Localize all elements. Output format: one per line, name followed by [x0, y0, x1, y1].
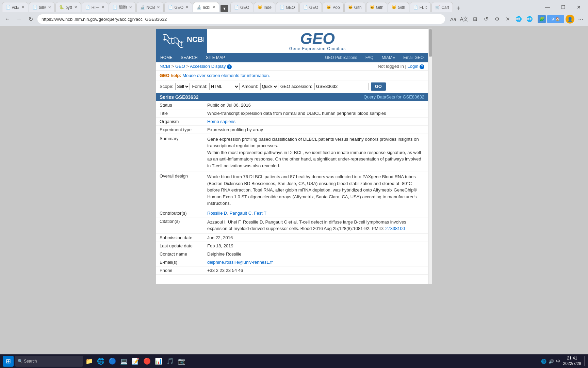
- email-link[interactable]: delphine.rossille@univ-rennes1.fr: [207, 260, 273, 265]
- close-button[interactable]: ✕: [571, 2, 587, 12]
- tab-xibao[interactable]: 📄 细胞 ✕: [109, 2, 136, 12]
- tab-gh3[interactable]: 🐱 Gith: [366, 2, 387, 12]
- tab-hif[interactable]: 📄 HIF- ✕: [82, 2, 108, 12]
- nav-email-geo[interactable]: Email GEO: [399, 53, 428, 62]
- browser-icon2[interactable]: 🌐: [525, 14, 534, 24]
- tab-close[interactable]: ✕: [48, 5, 51, 10]
- tab-bill[interactable]: 📄 bill# ✕: [29, 2, 55, 12]
- format-select[interactable]: HTML SOFT MINiML Quick SOFT: [209, 83, 240, 90]
- tab-favicon: 📄: [413, 5, 418, 10]
- nav-geo-publications[interactable]: GEO Publications: [321, 53, 361, 62]
- nav-site-map[interactable]: SITE MAP: [202, 53, 229, 62]
- login-help-icon[interactable]: ?: [420, 64, 424, 69]
- extension-translate[interactable]: 沪🏠: [547, 15, 564, 23]
- title-label: Title: [156, 109, 204, 117]
- scrollbar-thumb[interactable]: [429, 29, 432, 57]
- browser-icon1[interactable]: 🌐: [514, 14, 523, 24]
- title-value: Whole-transcript expression data from no…: [204, 109, 428, 117]
- collapse-tabs-button[interactable]: ▼: [220, 5, 228, 12]
- read-mode-button[interactable]: Aa: [448, 14, 458, 24]
- tab-label: ncbi: [203, 5, 210, 10]
- back-button[interactable]: ←: [3, 14, 12, 24]
- geo-accession-input[interactable]: [314, 83, 369, 90]
- tab-github[interactable]: 🐱 Inde: [254, 2, 275, 12]
- minimize-button[interactable]: —: [540, 2, 555, 12]
- translate-button[interactable]: A文: [459, 14, 469, 24]
- tab-pytt[interactable]: 🐍 pytt ✕: [55, 2, 81, 12]
- contributor-rossille[interactable]: Rossille D: [207, 211, 227, 216]
- geo-help-link[interactable]: Mouse over screen elements for informati…: [182, 73, 270, 78]
- breadcrumb-ncbi-link[interactable]: NCBI: [160, 64, 170, 69]
- tab-close[interactable]: ✕: [185, 5, 189, 10]
- tab-geo1[interactable]: 📄 GEO ✕: [164, 2, 192, 12]
- settings-button[interactable]: ⚙: [492, 14, 502, 24]
- address-input[interactable]: [37, 14, 445, 24]
- table-row-submission-date: Submission date Jun 22, 2016: [156, 233, 428, 242]
- tab-geo2[interactable]: 📄 GEO: [230, 2, 253, 12]
- reload-button[interactable]: ↻: [26, 14, 35, 24]
- tab-gh4[interactable]: 🐱 Gith: [388, 2, 409, 12]
- nav-search[interactable]: SEARCH: [177, 53, 202, 62]
- query-datasets-link[interactable]: Query DataSets for GSE83632: [364, 94, 424, 99]
- immersive-reader-button[interactable]: ⊞: [470, 14, 480, 24]
- amount-select[interactable]: Quick Full Brief Fast: [260, 83, 278, 90]
- tab-gh2[interactable]: 🐱 Gith: [344, 2, 365, 12]
- nav-home[interactable]: HOME: [156, 53, 177, 62]
- tab-ncb[interactable]: 🔬 NCB ✕: [136, 2, 164, 12]
- tab-close[interactable]: ✕: [21, 5, 24, 10]
- series-title: Series GSE83632: [160, 94, 198, 100]
- go-button[interactable]: GO: [371, 82, 386, 91]
- tab-close[interactable]: ✕: [74, 5, 77, 10]
- submission-date-value: Jun 22, 2016: [204, 233, 428, 242]
- tab-close-active[interactable]: ✕: [212, 5, 215, 10]
- tab-geo4[interactable]: 📄 GEO: [299, 2, 322, 12]
- breadcrumb-help-icon[interactable]: ?: [227, 64, 232, 69]
- tab-label: Cart: [441, 5, 449, 10]
- citation-pmid-link[interactable]: 27338100: [385, 226, 405, 231]
- tab-ncbi-active[interactable]: 🔬 ncbi ✕: [193, 2, 219, 12]
- menu-button[interactable]: ⋯: [576, 14, 585, 24]
- tab-label: GEO: [240, 5, 249, 10]
- organism-label: Organism: [156, 117, 204, 125]
- tab-close[interactable]: ✕: [101, 5, 104, 10]
- tab-close[interactable]: ✕: [129, 5, 132, 10]
- last-update-label: Last update date: [156, 242, 204, 250]
- breadcrumb-geo-link[interactable]: GEO: [175, 64, 185, 69]
- tab-cart[interactable]: 🛒 Cart: [431, 2, 453, 12]
- tab-label: Inde: [264, 5, 272, 10]
- tab-label: GEO: [174, 5, 183, 10]
- nav-faq[interactable]: FAQ: [361, 53, 378, 62]
- login-link[interactable]: Login: [408, 64, 419, 69]
- tab-favicon: 🐱: [392, 5, 396, 10]
- scrollbar[interactable]: [428, 29, 432, 284]
- tab-vcf[interactable]: 📄 vcf# ✕: [2, 2, 28, 12]
- contributor-pangault[interactable]: Pangault C: [230, 211, 251, 216]
- scope-select[interactable]: Self All: [175, 83, 190, 90]
- x-button[interactable]: ✕: [503, 14, 512, 24]
- svg-text:NCBI: NCBI: [187, 35, 204, 44]
- tab-favicon: 🐱: [326, 5, 331, 10]
- geo-subtitle: Gene Expression Omnibus: [289, 46, 346, 51]
- new-tab-button[interactable]: +: [454, 4, 463, 12]
- extension-puzzle[interactable]: 🧩: [538, 15, 546, 23]
- email-label: E-mail(s): [156, 258, 204, 266]
- contributor-fest[interactable]: Fest T: [254, 211, 266, 216]
- tab-gh1[interactable]: 🐱 Poo: [323, 2, 343, 12]
- tab-close[interactable]: ✕: [157, 5, 160, 10]
- forward-button[interactable]: →: [14, 14, 24, 24]
- search-bar: Scope: Self All Format: HTML SOFT MINiML…: [156, 80, 428, 93]
- maximize-button[interactable]: ❐: [555, 2, 571, 12]
- tab-geo3[interactable]: 📄 GEO: [276, 2, 299, 12]
- nav-miame[interactable]: MIAME: [378, 53, 399, 62]
- tab-flt[interactable]: 📄 FLT:: [410, 2, 431, 12]
- tab-favicon: 🛒: [435, 5, 440, 10]
- tab-label: NCB: [146, 5, 155, 10]
- table-row-last-update: Last update date Feb 18, 2019: [156, 242, 428, 250]
- experiment-type-label: Experiment type: [156, 125, 204, 134]
- amount-label: Amount:: [242, 84, 258, 89]
- tab-label: GEO: [286, 5, 295, 10]
- organism-link[interactable]: Homo sapiens: [207, 119, 235, 124]
- refresh-button[interactable]: ↺: [481, 14, 491, 24]
- profile-icon[interactable]: 👤: [566, 15, 574, 24]
- tab-label: GEO: [309, 5, 318, 10]
